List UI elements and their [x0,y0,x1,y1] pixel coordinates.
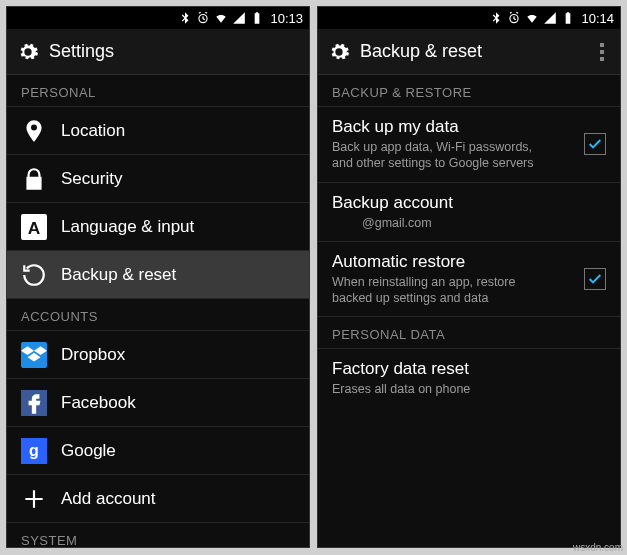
status-bar: 10:13 [7,7,309,29]
section-personal-data: PERSONAL DATA [318,317,620,349]
backup-reset-screen: 10:14 Backup & reset BACKUP & RESTORE Ba… [317,6,621,548]
battery-icon [561,11,575,25]
status-clock: 10:14 [581,11,614,26]
row-label: Security [61,169,122,189]
dropbox-icon [21,342,47,368]
row-title: Back up my data [332,117,606,137]
alarm-icon [196,11,210,25]
row-backup-my-data[interactable]: Back up my data Back up app data, Wi-Fi … [318,107,620,183]
facebook-icon [21,390,47,416]
row-add-account[interactable]: Add account [7,475,309,523]
row-label: Backup & reset [61,265,176,285]
app-bar-title: Settings [49,41,114,62]
row-title: Factory data reset [332,359,606,379]
row-label: Location [61,121,125,141]
battery-icon [250,11,264,25]
section-personal: PERSONAL [7,75,309,107]
svg-text:A: A [28,217,41,237]
row-backup-reset[interactable]: Backup & reset [7,251,309,299]
wifi-icon [525,11,539,25]
dot-icon [600,43,604,47]
row-automatic-restore[interactable]: Automatic restore When reinstalling an a… [318,242,620,318]
settings-list[interactable]: PERSONAL Location Security A Language & … [7,75,309,547]
watermark: wsxdn.com [573,542,623,553]
row-sub: When reinstalling an app, restore backed… [332,274,552,307]
row-label: Add account [61,489,156,509]
row-backup-account[interactable]: Backup account @gmail.com [318,183,620,242]
section-accounts: ACCOUNTS [7,299,309,331]
row-sub: @gmail.com [332,215,552,231]
settings-screen: 10:13 Settings PERSONAL Location Securit… [6,6,310,548]
bluetooth-icon [489,11,503,25]
row-label: Google [61,441,116,461]
status-bar: 10:14 [318,7,620,29]
overflow-menu-button[interactable] [592,37,612,67]
row-facebook[interactable]: Facebook [7,379,309,427]
row-sub: Erases all data on phone [332,381,552,397]
row-title: Backup account [332,193,606,213]
signal-icon [543,11,557,25]
app-bar: Backup & reset [318,29,620,75]
signal-icon [232,11,246,25]
row-label: Dropbox [61,345,125,365]
row-language[interactable]: A Language & input [7,203,309,251]
gear-icon [17,41,39,63]
wifi-icon [214,11,228,25]
row-dropbox[interactable]: Dropbox [7,331,309,379]
restore-icon [21,262,47,288]
dot-icon [600,57,604,61]
row-sub: Back up app data, Wi-Fi passwords, and o… [332,139,552,172]
checkbox-backup-data[interactable] [584,133,606,155]
language-icon: A [21,214,47,240]
section-backup-restore: BACKUP & RESTORE [318,75,620,107]
google-icon: g [21,438,47,464]
lock-icon [21,166,47,192]
plus-addaccount-icon [21,486,47,512]
app-bar: Settings [7,29,309,75]
row-label: Facebook [61,393,136,413]
row-factory-reset[interactable]: Factory data reset Erases all data on ph… [318,349,620,407]
status-clock: 10:13 [270,11,303,26]
checkbox-auto-restore[interactable] [584,268,606,290]
dot-icon [600,50,604,54]
row-label: Language & input [61,217,194,237]
location-icon [21,118,47,144]
row-google[interactable]: g Google [7,427,309,475]
app-bar-title: Backup & reset [360,41,482,62]
section-system: SYSTEM [7,523,309,547]
bluetooth-icon [178,11,192,25]
backup-reset-list[interactable]: BACKUP & RESTORE Back up my data Back up… [318,75,620,547]
row-security[interactable]: Security [7,155,309,203]
gear-icon[interactable] [328,41,350,63]
alarm-icon [507,11,521,25]
row-location[interactable]: Location [7,107,309,155]
row-title: Automatic restore [332,252,606,272]
